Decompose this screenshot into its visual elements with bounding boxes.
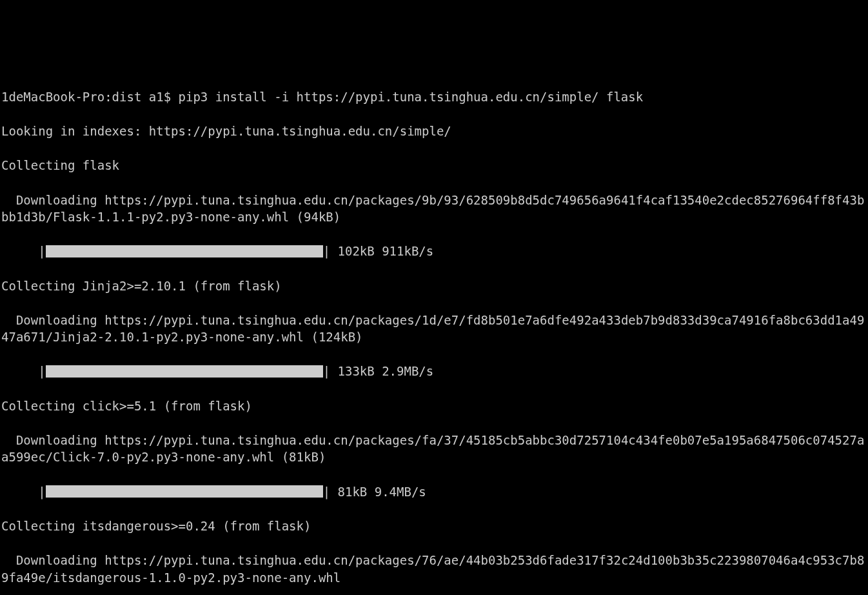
- progress-indent: |: [1, 363, 46, 380]
- download-flask-line: Downloading https://pypi.tuna.tsinghua.e…: [1, 192, 867, 226]
- download-click-line: Downloading https://pypi.tuna.tsinghua.e…: [1, 432, 867, 466]
- progress-jinja2: || 133kB 2.9MB/s: [1, 363, 867, 380]
- download-itsdangerous-line: Downloading https://pypi.tuna.tsinghua.e…: [1, 552, 867, 586]
- progress-click: || 81kB 9.4MB/s: [1, 483, 867, 501]
- looking-indexes-line: Looking in indexes: https://pypi.tuna.ts…: [1, 123, 867, 140]
- progress-bar-fill: [46, 365, 323, 378]
- progress-bar-fill: [46, 245, 323, 257]
- collecting-jinja2-line: Collecting Jinja2>=2.10.1 (from flask): [1, 277, 867, 295]
- progress-indent: |: [1, 243, 46, 260]
- collecting-flask-line: Collecting flask: [1, 157, 867, 174]
- download-jinja2-line: Downloading https://pypi.tuna.tsinghua.e…: [1, 312, 867, 346]
- progress-stats: | 81kB 9.4MB/s: [323, 483, 434, 501]
- progress-bar-fill: [46, 485, 323, 498]
- progress-stats: | 102kB 911kB/s: [323, 243, 441, 260]
- collecting-click-line: Collecting click>=5.1 (from flask): [1, 398, 867, 415]
- progress-stats: | 133kB 2.9MB/s: [323, 363, 441, 380]
- progress-indent: |: [1, 483, 46, 501]
- progress-flask: || 102kB 911kB/s: [1, 243, 867, 260]
- collecting-itsdangerous-line: Collecting itsdangerous>=0.24 (from flas…: [1, 518, 867, 535]
- prompt-line: 1deMacBook-Pro:dist a1$ pip3 install -i …: [1, 88, 867, 106]
- terminal-output[interactable]: 1deMacBook-Pro:dist a1$ pip3 install -i …: [1, 71, 867, 595]
